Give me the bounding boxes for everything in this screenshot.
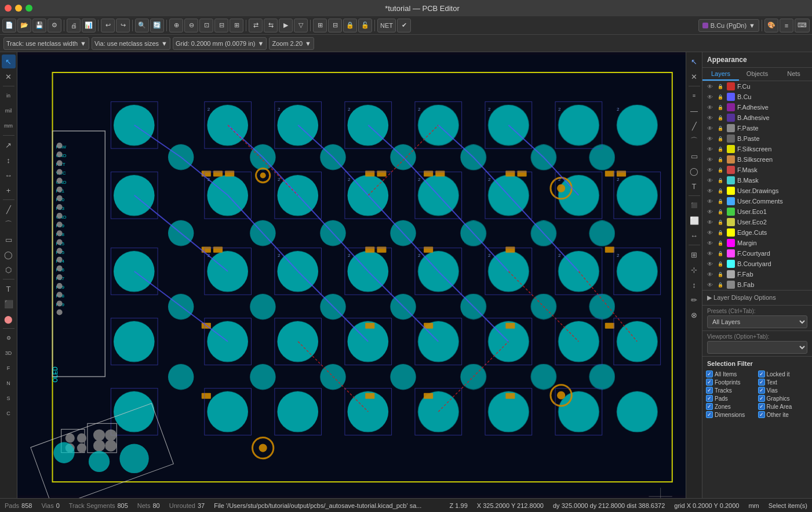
rt-updown[interactable]: ↕ [687,278,701,292]
rt-text[interactable]: T [687,179,701,193]
layer-item-user-eco2[interactable]: 👁 🔒 User.Eco2 [702,217,812,227]
sf-item-all-items[interactable]: All Items [706,371,757,377]
sf-item-tracks[interactable]: Tracks [706,387,757,394]
rt-arrows[interactable]: ↔ [687,228,701,242]
calculator[interactable]: C [2,406,16,420]
sf-checkbox[interactable] [758,371,765,377]
layer-item-user-drawings[interactable]: 👁 🔒 User.Drawings [702,186,812,196]
board-setup[interactable]: ⚙ [2,331,16,345]
layer-item-b-adhesive[interactable]: 👁 🔒 B.Adhesive [702,112,812,123]
sf-item-locked-it[interactable]: Locked it [758,371,809,377]
route-diff[interactable]: ↕ [2,153,16,167]
pcb-canvas-area[interactable]: PAW GND RST VCC GND P21 P20 P03 GND P19 … [17,52,686,498]
sf-checkbox[interactable] [758,411,765,418]
rt-star[interactable]: ⊹ [687,263,701,277]
sf-item-vias[interactable]: Vias [758,387,809,394]
layer-display-options[interactable]: ▶ Layer Display Options [702,290,812,305]
layer-item-b-silkscreen[interactable]: 👁 🔒 B.Silkscreen [702,154,812,165]
zoom-out-button[interactable]: ⊖ [184,19,198,32]
layer-item-b-fab[interactable]: 👁 🔒 B.Fab [702,279,812,290]
layer-item-b-courtyard[interactable]: 👁 🔒 B.Courtyard [702,259,812,269]
viewports-select[interactable] [707,341,807,354]
open-button[interactable]: 📂 [17,19,31,32]
plot-button[interactable]: 📊 [82,19,96,32]
minimize-button[interactable] [15,5,22,12]
zoom-fit-button[interactable]: ⊡ [199,19,213,32]
layer-item-f-mask[interactable]: 👁 🔒 F.Mask [702,165,812,175]
lock-button[interactable]: 🔒 [343,19,357,32]
rt-circle[interactable]: ◯ [687,164,701,178]
flip-button[interactable]: ⇄ [249,19,263,32]
presets-select[interactable]: All Layers [707,315,807,328]
layer-item-f-courtyard[interactable]: 👁 🔒 F.Courtyard [702,248,812,259]
layer-item-margin[interactable]: 👁 🔒 Margin [702,238,812,248]
netclass-button[interactable]: ≡ [780,19,793,32]
route-single[interactable]: ↗ [2,138,16,152]
net-inspector[interactable]: N [2,376,16,390]
sf-item-graphics[interactable]: Graphics [758,395,809,402]
sf-item-zones[interactable]: Zones [706,403,757,410]
sf-item-rule-area[interactable]: Rule Area [758,403,809,410]
rt-lines[interactable]: ≡ [687,89,701,103]
grid-selector[interactable]: Grid: 0.2000 mm (0.0079 in) ▼ [173,37,267,50]
sf-checkbox[interactable] [706,395,713,402]
sf-item-dimensions[interactable]: Dimensions [706,411,757,418]
pads-button[interactable]: ⊞ [313,19,327,32]
netinspector-button[interactable]: NET [377,19,396,32]
inspect-tool[interactable]: mm [2,119,16,133]
settings-button[interactable]: ⚙ [48,19,61,32]
unlock-button[interactable]: 🔓 [358,19,372,32]
tab-objects[interactable]: Objects [739,68,775,81]
rt-arc[interactable]: ⌒ [687,134,701,148]
fab-button[interactable]: F [2,361,16,375]
sf-checkbox[interactable] [758,395,765,402]
layer-item-edge-cuts[interactable]: 👁 🔒 Edge.Cuts [702,227,812,238]
save-button[interactable]: 💾 [32,19,46,32]
track-width-selector[interactable]: Track: use netclass width ▼ [3,37,89,50]
interactive-router[interactable]: + [2,183,16,197]
rt-rect[interactable]: ▭ [687,149,701,163]
mirror-button[interactable]: ⇆ [264,19,278,32]
zoom-area-button[interactable]: ⊞ [230,19,243,32]
grid-tool[interactable]: mil [2,104,16,118]
sf-item-text[interactable]: Text [758,379,809,386]
rt-square[interactable]: ⬜ [687,213,701,227]
close-tool[interactable]: ✕ [2,70,16,83]
scripting-button[interactable]: ⌨ [795,19,810,32]
layer-item-f-paste[interactable]: 👁 🔒 F.Paste [702,123,812,133]
appearance-button[interactable]: 🎨 [764,19,778,32]
rt-zone[interactable]: ⬛ [687,198,701,212]
layer-item-b-mask[interactable]: 👁 🔒 B.Mask [702,175,812,186]
draw-polygon[interactable]: ⬡ [2,263,16,277]
sf-item-footprints[interactable]: Footprints [706,379,757,386]
measure-tool[interactable]: in [2,89,16,103]
ratsnest-button[interactable]: ⊟ [328,19,342,32]
tab-layers[interactable]: Layers [702,68,739,81]
drc-button[interactable]: ✔ [397,19,411,32]
rt-props[interactable]: ⊞ [687,248,701,262]
new-button[interactable]: 📄 [2,19,16,32]
maximize-button[interactable] [26,5,32,12]
refresh-button[interactable]: 🔄 [150,19,164,32]
undo-button[interactable]: ↩ [101,19,115,32]
layer-item-user-comments[interactable]: 👁 🔒 User.Comments [702,196,812,206]
sf-checkbox[interactable] [758,403,765,410]
route-interactive[interactable]: ↔ [2,168,16,182]
diff-button[interactable]: ▽ [294,19,308,32]
sf-checkbox[interactable] [706,387,713,394]
pcb-canvas[interactable]: PAW GND RST VCC GND P21 P20 P03 GND P19 … [17,52,686,498]
layer-item-f-silkscreen[interactable]: 👁 🔒 F.Silkscreen [702,144,812,154]
sf-checkbox[interactable] [706,411,713,418]
zoom-100-button[interactable]: ⊟ [214,19,228,32]
select-tool[interactable]: ↖ [2,55,16,68]
rt-diag[interactable]: ╱ [687,119,701,133]
rt-close[interactable]: ✕ [687,70,701,83]
sf-item-pads[interactable]: Pads [706,395,757,402]
tab-nets[interactable]: Nets [775,68,812,81]
zoom-in-button[interactable]: ⊕ [169,19,183,32]
layer-selector[interactable]: B.Cu (PgDn) ▼ [698,19,759,32]
close-button[interactable] [5,5,12,12]
add-via[interactable]: ⬤ [2,312,16,326]
zoom-selector[interactable]: Zoom 2.20 ▼ [269,37,314,50]
layer-item-f-cu[interactable]: 👁 🔒 F.Cu [702,81,812,92]
